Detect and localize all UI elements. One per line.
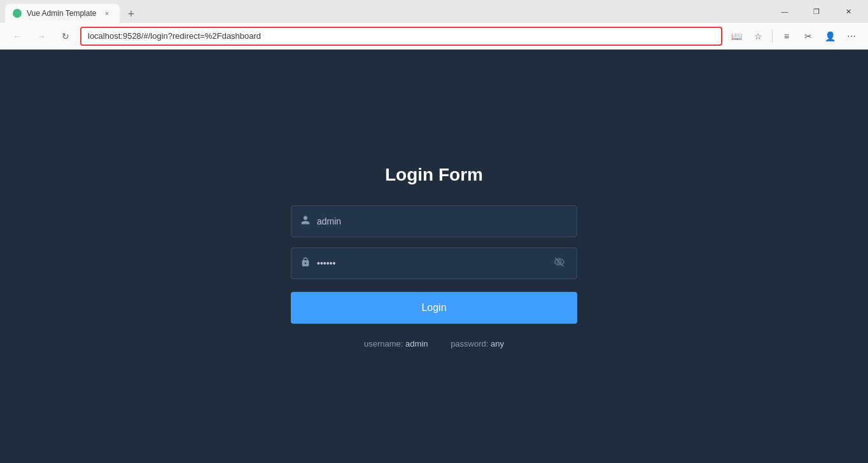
page-content: Login Form [0,50,868,463]
password-hint-label: password: [451,339,488,349]
username-hint-label: username: [364,339,403,349]
account-button[interactable]: 👤 [821,27,839,45]
user-icon [300,215,311,228]
more-button[interactable]: ⋯ [843,27,860,45]
maximize-button[interactable]: ❐ [802,0,831,23]
password-input-wrapper [291,247,577,279]
login-form: Login username: admin password: any [291,205,577,349]
new-tab-button[interactable]: + [122,5,140,23]
password-toggle-button[interactable] [551,254,568,273]
password-input[interactable] [317,258,551,268]
password-hint-value: any [491,339,504,349]
bookmark-button[interactable]: ☆ [749,27,767,45]
address-bar-container [80,27,722,46]
active-tab[interactable]: Vue Admin Template × [5,4,120,23]
address-bar-input[interactable] [80,27,722,46]
reload-icon: ↻ [62,31,69,41]
window-controls: — ❐ ✕ [770,0,863,23]
username-input[interactable] [317,216,568,226]
screenshot-button[interactable]: ✂ [799,27,817,45]
nav-bar: ← → ↻ 📖 ☆ ≡ ✂ 👤 [0,23,868,50]
reader-icon: 📖 [731,31,742,41]
tab-close-button[interactable]: × [102,8,112,18]
tab-title: Vue Admin Template [27,9,97,18]
tab-area: Vue Admin Template × + [5,0,770,23]
forward-button[interactable]: → [32,27,51,46]
bookmark-icon: ☆ [754,31,762,41]
menu-icon: ≡ [784,31,789,41]
lock-icon [300,257,311,270]
reader-view-button[interactable]: 📖 [727,27,745,45]
close-button[interactable]: ✕ [834,0,863,23]
login-button[interactable]: Login [291,292,577,324]
back-button[interactable]: ← [8,27,27,46]
account-icon: 👤 [825,31,836,41]
back-icon: ← [13,31,22,41]
login-container: Login Form [291,165,577,349]
minimize-button[interactable]: — [770,0,799,23]
more-icon: ⋯ [847,31,856,41]
tab-favicon [13,9,22,18]
nav-separator [772,30,773,43]
screenshot-icon: ✂ [804,31,812,41]
nav-right-icons: 📖 ☆ ≡ ✂ 👤 ⋯ [727,27,860,45]
username-hint-value: admin [405,339,428,349]
login-form-title: Login Form [385,165,483,185]
login-hint: username: admin password: any [291,339,577,349]
browser-window: Vue Admin Template × + — ❐ ✕ ← → ↻ 📖 [0,0,868,463]
forward-icon: → [37,31,46,41]
menu-button[interactable]: ≡ [778,27,795,45]
username-input-wrapper [291,205,577,237]
reload-button[interactable]: ↻ [56,27,75,46]
title-bar: Vue Admin Template × + — ❐ ✕ [0,0,868,23]
